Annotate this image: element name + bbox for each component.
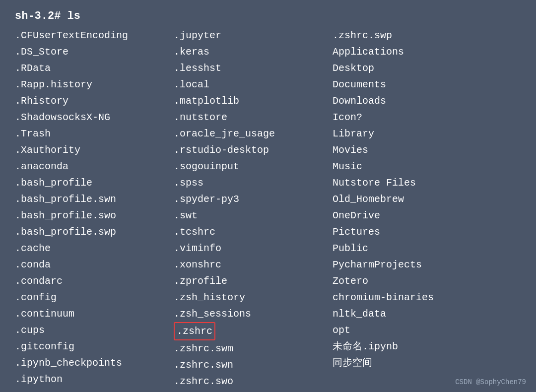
list-item: .CFUserTextEncoding: [15, 27, 174, 44]
list-item: .oracle_jre_usage: [174, 126, 333, 142]
list-item: .zshrc.swp: [333, 27, 521, 44]
list-item: .ipynb_checkpoints: [15, 355, 174, 371]
list-item: Applications: [333, 44, 521, 60]
list-item: .rstudio-desktop: [174, 142, 333, 158]
list-item: Library: [333, 126, 521, 142]
list-item: Downloads: [333, 93, 521, 109]
list-item: .zprofile: [174, 273, 333, 289]
list-item: .local: [174, 76, 333, 93]
list-item: .Rhistory: [15, 93, 174, 109]
list-item: OneDrive: [333, 207, 521, 224]
terminal-window: sh-3.2# ls .CFUserTextEncoding.DS_Store.…: [0, 0, 536, 392]
list-item: .sogouinput: [174, 158, 333, 175]
list-item: .jupyter: [174, 27, 333, 44]
file-list: .CFUserTextEncoding.DS_Store.RData.Rapp.…: [15, 27, 521, 390]
list-item: .matplotlib: [174, 93, 333, 109]
list-item: .swt: [174, 207, 333, 224]
list-item: .zshrc: [174, 322, 215, 340]
list-item: 同步空间: [333, 355, 521, 371]
list-item: .Trash: [15, 126, 174, 142]
list-item: Movies: [333, 142, 521, 158]
list-item: Icon?: [333, 109, 521, 126]
list-item: .xonshrc: [174, 257, 333, 273]
list-item: Desktop: [333, 60, 521, 76]
list-item: .zshrc.swo: [174, 373, 333, 390]
list-item: .condarc: [15, 273, 174, 289]
list-item: .Xauthority: [15, 142, 174, 158]
list-item: .gitconfig: [15, 338, 174, 355]
list-item: .Rapp.history: [15, 76, 174, 93]
list-item: opt: [333, 322, 521, 338]
list-item: nltk_data: [333, 306, 521, 322]
list-item: .zshrc.swm: [174, 340, 333, 357]
file-column-2: .zshrc.swpApplicationsDesktopDocumentsDo…: [333, 27, 521, 390]
list-item: .conda: [15, 257, 174, 273]
list-item: Pictures: [333, 224, 521, 240]
list-item: .ipython: [15, 371, 174, 388]
list-item: .continuum: [15, 306, 174, 322]
list-item: Music: [333, 158, 521, 175]
list-item: .bash_profile.swp: [15, 224, 174, 240]
list-item: .bash_profile.swn: [15, 191, 174, 207]
list-item: .ShadowsocksX-NG: [15, 109, 174, 126]
prompt-line: sh-3.2# ls: [15, 10, 521, 22]
list-item: Nutstore Files: [333, 175, 521, 191]
list-item: .bash_profile: [15, 175, 174, 191]
list-item: .config: [15, 289, 174, 306]
list-item: .zshrc.swn: [174, 357, 333, 373]
list-item: .zsh_sessions: [174, 306, 333, 322]
watermark: CSDN @SophyChen79: [455, 378, 526, 386]
list-item: .viminfo: [174, 240, 333, 257]
list-item: .nutstore: [174, 109, 333, 126]
list-item: .bash_profile.swo: [15, 207, 174, 224]
list-item: .keras: [174, 44, 333, 60]
list-item: .spyder-py3: [174, 191, 333, 207]
list-item: PycharmProjects: [333, 257, 521, 273]
file-column-1: .jupyter.keras.lesshst.local.matplotlib.…: [174, 27, 333, 390]
list-item: Public: [333, 240, 521, 257]
list-item: .cups: [15, 322, 174, 338]
list-item: .cache: [15, 240, 174, 257]
list-item: Documents: [333, 76, 521, 93]
list-item: .spss: [174, 175, 333, 191]
list-item: .RData: [15, 60, 174, 76]
list-item: .tcshrc: [174, 224, 333, 240]
file-column-0: .CFUserTextEncoding.DS_Store.RData.Rapp.…: [15, 27, 174, 390]
list-item: 未命名.ipynb: [333, 338, 521, 355]
list-item: chromium-binaries: [333, 289, 521, 306]
list-item: Old_Homebrew: [333, 191, 521, 207]
list-item: .anaconda: [15, 158, 174, 175]
list-item: .zsh_history: [174, 289, 333, 306]
list-item: .DS_Store: [15, 44, 174, 60]
list-item: Zotero: [333, 273, 521, 289]
list-item: .lesshst: [174, 60, 333, 76]
